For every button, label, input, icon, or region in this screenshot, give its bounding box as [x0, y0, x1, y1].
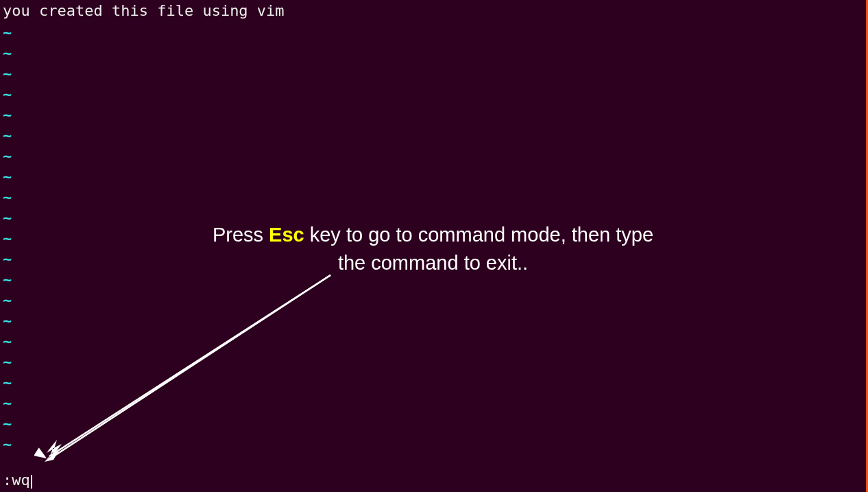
vim-command-line[interactable]: :wq — [3, 471, 32, 489]
tilde-line: ~ — [3, 414, 866, 434]
tilde-line: ~ — [3, 352, 866, 373]
tilde-line: ~ — [3, 331, 866, 352]
annotation-suffix1: key to go to command mode, then type — [304, 224, 653, 246]
tilde-line: ~ — [3, 105, 866, 126]
tilde-line: ~ — [3, 373, 866, 393]
file-content-line: you created this file using vim — [0, 0, 866, 23]
tilde-line: ~ — [3, 187, 866, 208]
tilde-line: ~ — [3, 84, 866, 105]
cursor — [31, 475, 32, 489]
command-text: :wq — [3, 471, 30, 489]
tilde-line: ~ — [3, 23, 866, 43]
tilde-line: ~ — [3, 434, 866, 455]
vim-terminal[interactable]: you created this file using vim ~~~~~~~~… — [0, 0, 866, 492]
tilde-line: ~ — [3, 43, 866, 64]
tilde-line: ~ — [3, 393, 866, 414]
instruction-annotation: Press Esc key to go to command mode, the… — [0, 221, 866, 277]
annotation-line2: the command to exit.. — [0, 249, 866, 277]
tilde-line: ~ — [3, 146, 866, 167]
tilde-line: ~ — [3, 167, 866, 187]
tilde-line: ~ — [3, 290, 866, 311]
tilde-line: ~ — [3, 126, 866, 146]
annotation-highlight: Esc — [269, 224, 304, 246]
annotation-prefix: Press — [213, 224, 269, 246]
tilde-line: ~ — [3, 311, 866, 331]
tilde-line: ~ — [3, 64, 866, 84]
